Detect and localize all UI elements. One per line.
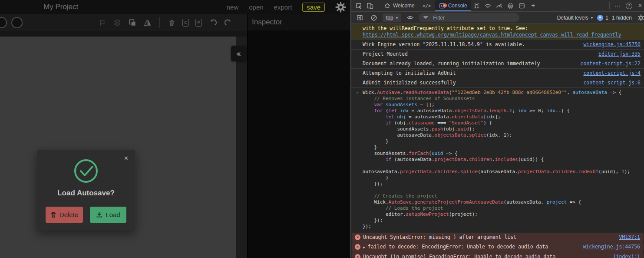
filter-input[interactable]: [432, 14, 502, 21]
source-link[interactable]: (index):1: [613, 254, 640, 258]
network-conditions-icon[interactable]: [482, 0, 494, 11]
tab-welcome[interactable]: Welcome: [380, 0, 419, 11]
tab-console[interactable]: × Console: [435, 0, 471, 11]
performance-icon[interactable]: [494, 0, 505, 11]
code-line: [355, 187, 641, 193]
paste-icon[interactable]: P: [195, 19, 202, 27]
tabbar-divider: [378, 2, 378, 9]
project-title: My Project: [43, 3, 78, 11]
code-line: editor.setupNewProject(project);: [355, 211, 641, 218]
toolbar-action-cluster: C P: [98, 17, 232, 28]
devtools-tabbar: Welcome </> × Console: [351, 0, 644, 12]
console-error-row: ×Uncaught SyntaxError: missing ) after a…: [352, 233, 644, 242]
code-line: // Removes instances of SoundAssets: [355, 96, 641, 102]
warning-spec-link[interactable]: https://html.spec.whatwg.org/multipage/c…: [363, 32, 621, 38]
code-line: autosaveData.projectData.children.splice…: [355, 169, 641, 175]
load-autosave-button[interactable]: Load: [90, 207, 126, 223]
code-line: // Creates the project: [355, 193, 641, 199]
source-link[interactable]: wickengine.js:44756: [583, 244, 640, 250]
code-line: // Loads the project: [355, 205, 641, 211]
save-button[interactable]: save: [302, 3, 325, 12]
code-line: }: [355, 144, 641, 151]
source-link[interactable]: Editor.jsx:335: [598, 51, 641, 57]
code-line: });: [355, 224, 641, 230]
clear-console-icon[interactable]: [368, 12, 380, 23]
issues-icon: [597, 15, 603, 21]
code-brackets-icon: </>: [423, 3, 431, 9]
delete-autosave-button[interactable]: Delete: [46, 207, 83, 223]
settings-gear-icon[interactable]: [335, 2, 346, 13]
open-button[interactable]: open: [249, 3, 263, 11]
undo-icon[interactable]: [208, 18, 217, 27]
chevron-down-icon: ▾: [396, 16, 398, 20]
code-line: }: [355, 175, 641, 181]
expand-arrow-icon[interactable]: ›: [356, 90, 359, 95]
triple-chevron-left-icon: ‹‹‹: [236, 49, 239, 58]
hidden-messages-label: 1 hidden: [612, 15, 632, 21]
inspector-title: Inspector: [252, 18, 282, 27]
layers-icon[interactable]: [113, 18, 122, 27]
issues-counter[interactable]: 1: [597, 15, 608, 21]
source-link[interactable]: content-script.js:6: [583, 80, 641, 86]
load-autosave-dialog: × Load Autosave? Delete Load: [37, 150, 135, 231]
console-tab-icon: ×: [439, 3, 446, 9]
devtools-panel: Welcome </> × Console: [350, 0, 644, 258]
log-levels-selector[interactable]: Default levels ▾: [554, 13, 594, 22]
send-backward-icon[interactable]: [98, 18, 106, 27]
flip-horizontal-icon[interactable]: [143, 18, 152, 27]
source-link[interactable]: VM137:1: [619, 234, 640, 241]
code-line: [355, 163, 641, 169]
fill-color-swatch[interactable]: [0, 17, 7, 28]
live-expression-eye-icon[interactable]: [404, 12, 416, 23]
source-link[interactable]: content-script.js:4: [583, 70, 641, 77]
console-message-row: Document already loaded, running initial…: [351, 59, 644, 69]
duplicate-icon[interactable]: [128, 18, 137, 27]
tab-sources[interactable]: </>: [419, 0, 435, 11]
close-devtools-icon[interactable]: ×: [634, 0, 644, 11]
console-message-text: Project Mounted: [363, 51, 593, 57]
inspect-element-icon[interactable]: [353, 0, 364, 11]
device-toolbar-icon[interactable]: [364, 0, 376, 11]
app-root: My Project new open export save: [0, 0, 644, 258]
bug-icon[interactable]: [471, 0, 482, 11]
autosave-check-icon: [37, 158, 135, 184]
console-message-row: Attempting to initialize AdUnitcontent-s…: [351, 69, 644, 78]
more-options-icon[interactable]: ⋯: [612, 0, 623, 11]
console-sidebar-icon[interactable]: [354, 12, 365, 23]
code-line: });: [355, 181, 641, 187]
source-link[interactable]: content-script.js:22: [581, 60, 641, 67]
copy-icon[interactable]: C: [182, 19, 189, 27]
trash-icon: [50, 211, 56, 218]
code-line: if (autosaveData.projectData.children.in…: [355, 157, 641, 163]
console-error-row: ×Uncaught (in promise) EncodingError: Un…: [352, 252, 644, 258]
console-log-area[interactable]: with the willReadFrequently attribute se…: [351, 24, 644, 258]
source-link[interactable]: wickengine.js:45750: [583, 41, 641, 48]
stroke-color-swatch[interactable]: [11, 17, 23, 28]
context-selector[interactable]: top ▾: [383, 13, 401, 22]
redo-icon[interactable]: [224, 18, 232, 27]
dialog-close-icon[interactable]: ×: [124, 155, 128, 162]
log-levels-value: Default levels: [557, 15, 588, 21]
export-button[interactable]: export: [274, 3, 292, 11]
add-tab-icon[interactable]: +: [528, 0, 539, 11]
tab-welcome-label: Welcome: [393, 3, 415, 9]
console-settings-gear-icon[interactable]: [635, 12, 644, 23]
context-selector-value: top: [386, 15, 393, 21]
console-message-text: Document already loaded, running initial…: [363, 60, 575, 67]
console-message-text: Wick Engine version "2025.11.11.18.54.9"…: [363, 41, 578, 48]
help-icon[interactable]: ?: [623, 0, 634, 11]
collapsed-timeline-strip: [236, 37, 247, 258]
memory-icon[interactable]: [505, 0, 516, 11]
new-button[interactable]: new: [227, 3, 239, 11]
inspector-header: Inspector: [248, 14, 350, 30]
console-toolbar-right: Default levels ▾ 1 1 hidden: [554, 12, 641, 23]
console-messages: Wick Engine version "2025.11.11.18.54.9"…: [351, 40, 644, 88]
dialog-buttons: Delete Load: [37, 207, 135, 223]
error-icon: ×: [355, 244, 360, 250]
application-storage-icon[interactable]: [516, 0, 528, 11]
filter-box[interactable]: [419, 13, 519, 22]
expand-triangle-icon[interactable]: ▶: [363, 245, 365, 249]
expand-panel-button[interactable]: ‹‹‹: [231, 46, 247, 61]
toolbar-divider: [28, 17, 28, 28]
delete-icon[interactable]: [167, 18, 176, 27]
